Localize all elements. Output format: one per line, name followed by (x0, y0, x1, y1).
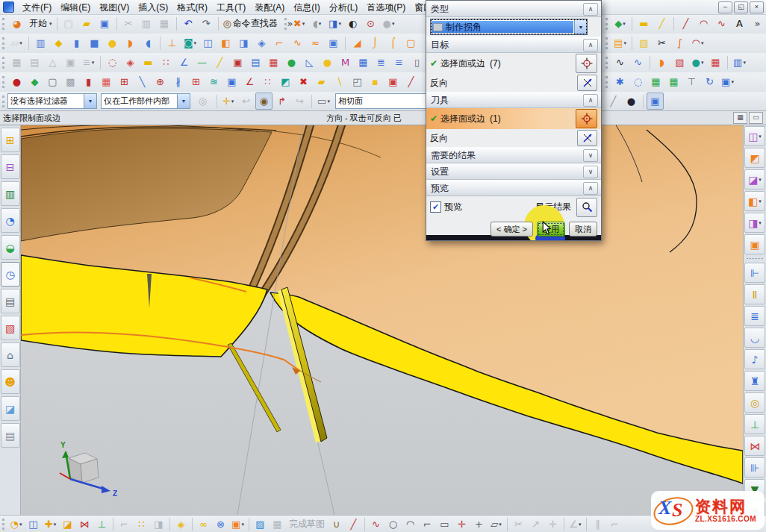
studio-spline[interactable]: ∿ (713, 15, 730, 32)
intersect[interactable]: ◨ (235, 34, 252, 51)
preview-checkbox[interactable]: ✔ (430, 201, 441, 213)
box-arrow[interactable]: ▣ (223, 73, 240, 90)
info-lines[interactable]: ≡ (390, 54, 408, 71)
part-navigator[interactable]: ▥ (1, 181, 20, 206)
dropdown-arrow-icon[interactable]: ▾ (54, 522, 57, 528)
undo[interactable]: ↶ (180, 15, 197, 32)
dropdown-arrow-icon[interactable]: ▾ (392, 21, 395, 27)
measure-slant[interactable]: ╱ (211, 54, 228, 71)
green-diamond-display[interactable]: ◆ (26, 73, 43, 90)
tool-select-row[interactable]: ✔ 选择面或边 (1) (426, 108, 601, 129)
folder-add[interactable]: ▰ (313, 73, 330, 90)
dashed-circle[interactable]: ◌ (629, 73, 647, 90)
web-browser[interactable]: ◒ (1, 235, 20, 260)
studio-spline-sketch[interactable]: ∿ (367, 516, 384, 532)
wedge[interactable]: ◢ (349, 34, 366, 51)
electrode-dumbbell[interactable]: Ⅱ (744, 284, 765, 304)
rotate-object[interactable]: ↻ (701, 73, 718, 90)
section-view[interactable]: ⊙ (362, 15, 379, 32)
calculator[interactable]: ▦ (355, 54, 372, 71)
menu-analysis[interactable]: 分析(L) (325, 1, 363, 14)
gray-cube-display[interactable]: ▩ (62, 73, 79, 90)
table-grid[interactable]: ≣ (373, 54, 390, 71)
small-cube[interactable]: ▪ (367, 73, 384, 90)
face-wave-blue[interactable]: ∿ (629, 54, 647, 71)
report-m[interactable]: M (337, 54, 354, 71)
color-grid[interactable]: ▦ (98, 73, 115, 90)
sketch-line[interactable]: ╱ (345, 516, 362, 532)
electrode-pin[interactable]: ⊩ (744, 263, 765, 283)
menu-file[interactable]: 文件(F) (18, 1, 56, 14)
mold-edit[interactable]: ◨▾ (744, 213, 765, 233)
redo[interactable]: ↷ (198, 15, 215, 32)
offset-surface[interactable]: ▨ (635, 34, 653, 51)
trim-sheet[interactable]: ✂ (653, 34, 670, 51)
assemblies-toggle[interactable]: ◔▾ (7, 516, 25, 532)
collapse-arrow-icon[interactable]: ∧ (583, 182, 598, 195)
annotation-box[interactable]: ▣ (229, 54, 246, 71)
face-frame[interactable]: ▧ (671, 54, 688, 71)
dropdown-arrow-icon[interactable]: ▾ (19, 522, 22, 528)
preview-section-header[interactable]: 预览 ∧ (426, 180, 601, 196)
t-frame[interactable]: ⊤ (683, 73, 700, 90)
roles[interactable]: ☻ (1, 369, 20, 394)
menu-view[interactable]: 视图(V) (95, 1, 134, 14)
measure-distance[interactable]: ▬ (140, 54, 157, 71)
marquee-select[interactable]: ▭▾ (315, 93, 332, 110)
shell[interactable]: ▢ (402, 34, 420, 51)
result-section-header[interactable]: 需要的结果 ∨ (426, 147, 601, 163)
show-degrees-of-freedom[interactable]: ⊥ (93, 516, 110, 532)
ok-button[interactable]: < 确定 > (491, 222, 533, 237)
measure-list[interactable]: ∷ (158, 54, 175, 71)
subtract[interactable]: ◧ (217, 34, 234, 51)
gate-design[interactable]: ⋈ (744, 436, 765, 456)
line-tool[interactable]: ╱ (677, 15, 694, 32)
circle-target[interactable]: ⊕ (152, 73, 169, 90)
sketch-task-environment[interactable]: ▨ (252, 516, 269, 532)
grid-analysis[interactable]: ▦ (265, 54, 282, 71)
bend[interactable]: ⌐ (271, 34, 288, 51)
menu-tools[interactable]: 工具(T) (212, 1, 250, 14)
parting-surface[interactable]: ◪▾ (744, 169, 765, 190)
scatter-points[interactable]: ∷ (259, 73, 276, 90)
shaded-style[interactable]: ◖▾ (308, 15, 326, 32)
red-sphere-display[interactable]: ● (8, 73, 25, 90)
locating-ring[interactable]: ◎ (744, 392, 765, 413)
sprue-bushing[interactable]: ⊥ (744, 414, 765, 434)
dropdown-arrow-icon[interactable]: ▼ (574, 19, 587, 34)
open-file[interactable]: ▰ (78, 15, 96, 32)
overflow-more[interactable]: » (749, 15, 766, 32)
bracket-curve[interactable]: ◡ (744, 328, 765, 348)
move-component[interactable]: ◪ (59, 516, 76, 532)
command-finder[interactable]: ◎命令查找器 (222, 15, 281, 32)
cylinder[interactable]: ▮ (68, 34, 85, 51)
draft-analysis[interactable]: ◺ (301, 54, 318, 71)
rainbow-ball[interactable]: ●▾ (689, 54, 706, 71)
note-tool[interactable]: ♪ (744, 349, 765, 369)
patterned-component[interactable]: ∷ (133, 516, 150, 532)
point-sketch[interactable]: ✛ (453, 516, 470, 532)
ejector-stand[interactable]: ♜ (744, 371, 765, 391)
mold-tools[interactable]: ◧▾ (744, 191, 765, 211)
ruled-surface[interactable]: ≈ (307, 34, 324, 51)
dropdown-arrow-icon[interactable]: ▾ (759, 220, 762, 226)
clipboard-check[interactable]: ▤ (247, 54, 264, 71)
dropdown-arrow-icon[interactable]: ▾ (759, 134, 762, 140)
open-book[interactable]: ▥▾ (731, 54, 748, 71)
measure-angle[interactable]: ∠ (175, 54, 193, 71)
fillet[interactable]: ⌡ (367, 34, 384, 51)
minimize-button[interactable]: – (718, 1, 732, 13)
u-curve[interactable]: ∪ (328, 516, 345, 532)
close-button[interactable]: × (750, 1, 764, 13)
thicken[interactable]: ▤▾ (611, 34, 629, 51)
isometric-view[interactable]: ◨▾ (326, 15, 343, 32)
tool-section-header[interactable]: 刀具 ∧ (426, 92, 601, 108)
menu-assemblies[interactable]: 装配(A) (250, 1, 289, 14)
dropdown-arrow-icon[interactable]: ▾ (241, 522, 244, 528)
move-object[interactable]: ▣▾ (719, 73, 736, 90)
reset-orientation[interactable]: ✖▾ (290, 15, 308, 32)
target-section-header[interactable]: 目标 ∧ (426, 37, 601, 53)
datum-cube[interactable]: ▣▾ (229, 516, 246, 532)
dropdown-arrow-icon[interactable]: ▾ (231, 98, 234, 104)
restore-button[interactable]: ◱ (734, 1, 748, 13)
